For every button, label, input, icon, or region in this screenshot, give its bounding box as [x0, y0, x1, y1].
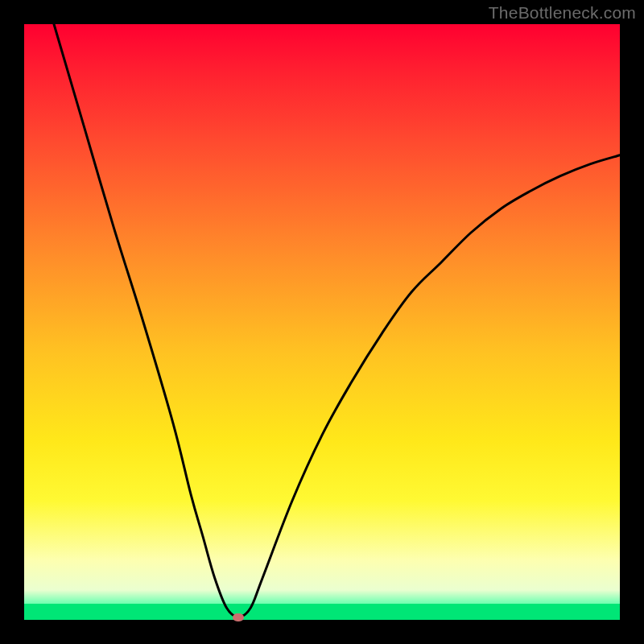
chart-frame: TheBottleneck.com: [0, 0, 644, 644]
plot-area: [24, 24, 620, 620]
watermark-text: TheBottleneck.com: [489, 3, 636, 23]
bottleneck-curve: [54, 24, 620, 617]
curve-svg: [24, 24, 620, 620]
minimum-marker: [233, 613, 244, 621]
